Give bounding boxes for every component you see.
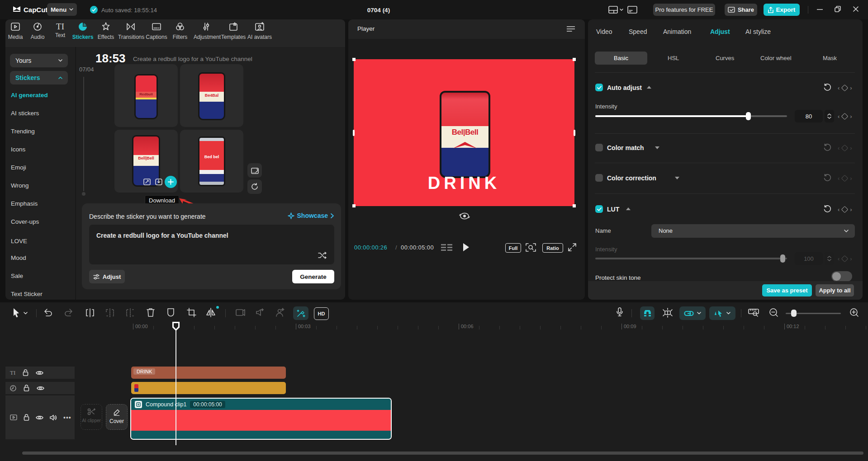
collapse-icon[interactable] [626, 207, 631, 210]
timeline-scrollbar[interactable] [22, 452, 863, 455]
keyframe-controls[interactable]: ‹› [838, 255, 852, 262]
collapse-icon[interactable] [647, 86, 651, 89]
auto-adjust-checkbox[interactable] [595, 84, 603, 91]
flip-select-button[interactable] [709, 306, 735, 320]
player-menu-icon[interactable] [567, 26, 575, 32]
handle-bottom-right[interactable] [573, 204, 576, 207]
slider-handle[interactable] [780, 254, 785, 263]
tab-video[interactable]: Video [596, 28, 612, 35]
redo-icon[interactable] [64, 308, 74, 317]
protect-skin-toggle[interactable] [831, 271, 852, 282]
keyframe-controls[interactable]: ‹› [838, 175, 852, 182]
tab-speed[interactable]: Speed [629, 28, 647, 35]
sticker-card-1[interactable]: Redbull [114, 64, 178, 127]
tab-media[interactable]: Media [3, 21, 28, 40]
yours-dropdown[interactable]: Yours [10, 54, 68, 67]
handle-bottom-left[interactable] [352, 204, 356, 207]
keyframe-controls[interactable]: ‹› [838, 206, 852, 213]
share-button[interactable]: Share [725, 4, 757, 16]
stepper-up-icon[interactable] [827, 256, 831, 258]
record-voiceover-icon[interactable] [616, 307, 623, 317]
ai-clipper-button[interactable]: AI clipper [81, 404, 102, 430]
sticker-clip[interactable] [131, 382, 286, 394]
playhead-line[interactable] [175, 323, 176, 445]
intensity-value-box[interactable]: 80 [795, 110, 823, 122]
tab-filters[interactable]: Filters [167, 21, 193, 40]
handle-left[interactable] [353, 130, 355, 136]
menu-button[interactable]: Menu [47, 3, 77, 16]
adjust-button[interactable]: Adjust [89, 270, 125, 283]
edit-prompt-button[interactable] [247, 163, 262, 178]
showcase-link[interactable]: Showcase [288, 212, 334, 219]
lut-intensity-value-box[interactable]: 100 [795, 252, 823, 265]
crop-icon[interactable] [187, 308, 196, 317]
sidebar-item-trending[interactable]: Trending [11, 128, 35, 135]
ratio-button[interactable]: Ratio [542, 243, 563, 253]
timeline-preview-icon[interactable] [748, 308, 759, 317]
undo-icon[interactable] [43, 308, 52, 317]
prompt-textarea[interactable]: Create a redbull logo for a YouTube chan… [89, 225, 334, 264]
close-button[interactable] [853, 6, 859, 12]
timeline-ruler[interactable]: 00:00 00:03 00:06 00:09 00:12 [130, 322, 868, 333]
handle-top-left[interactable] [352, 58, 356, 61]
focus-frame-icon[interactable] [526, 243, 536, 252]
keyframe-diamond-icon[interactable] [841, 175, 849, 182]
sticker-card-3[interactable]: Bell|Bell [114, 130, 178, 193]
lut-intensity-stepper[interactable] [825, 252, 834, 265]
sidebar-item-cover-ups[interactable]: Cover-ups [11, 218, 39, 225]
sidebar-item-emoji[interactable]: Emoji [11, 164, 26, 171]
ai-actor-icon[interactable] [275, 308, 285, 317]
frame-list-icon[interactable] [441, 244, 453, 251]
sidebar-item-emphasis[interactable]: Emphasis [11, 200, 38, 207]
panel-layout-icon[interactable] [627, 6, 637, 14]
tab-adjust[interactable]: Adjust [710, 28, 730, 35]
tab-templates[interactable]: Templates [221, 21, 246, 40]
layout-icon[interactable] [608, 6, 618, 14]
mute-clip-icon[interactable] [256, 308, 265, 317]
sidebar-item-love[interactable]: LOVE [11, 238, 27, 245]
stepper-down-icon[interactable] [827, 259, 831, 261]
color-match-checkbox[interactable] [595, 144, 603, 151]
timeline-zoom-slider[interactable] [786, 313, 841, 314]
chevron-down-icon[interactable] [620, 9, 623, 11]
subtab-mask[interactable]: Mask [823, 55, 837, 61]
lut-intensity-slider[interactable] [595, 258, 787, 259]
sidebar-item-icons[interactable]: Icons [11, 146, 25, 153]
expand-icon[interactable] [675, 177, 679, 179]
pro-features-button[interactable]: Pro features for FREE [653, 4, 715, 16]
reset-icon[interactable] [823, 174, 831, 182]
link-clips-button[interactable] [679, 306, 706, 320]
keyframe-diamond-icon[interactable] [841, 255, 849, 263]
sticker-card-2[interactable]: Be4Bal [180, 64, 243, 127]
edit-sticker-icon[interactable] [143, 178, 152, 186]
sidebar-item-mood[interactable]: Mood [11, 254, 26, 261]
lock-icon[interactable] [23, 369, 28, 376]
apply-to-all-button[interactable]: Apply to all [816, 284, 854, 296]
fullscreen-icon[interactable] [568, 243, 577, 252]
tab-effects[interactable]: Effects [93, 21, 119, 40]
text-clip[interactable]: DRINK [131, 367, 286, 379]
intensity-slider[interactable] [595, 115, 787, 117]
cover-button[interactable]: Cover [106, 404, 128, 430]
mirror-preview-icon[interactable] [459, 211, 470, 221]
magic-tools-button[interactable] [293, 306, 308, 320]
generate-button[interactable]: Generate [292, 270, 334, 283]
compound-clip[interactable]: Compound clip1 00:00:05:00 [130, 398, 392, 440]
select-tool-icon[interactable] [12, 308, 21, 318]
eye-icon[interactable] [37, 386, 44, 391]
keyframe-diamond-icon[interactable] [841, 206, 849, 213]
play-button[interactable] [462, 243, 470, 252]
chevron-down-icon[interactable] [24, 312, 28, 315]
sidebar-item-sale[interactable]: Sale [11, 273, 23, 279]
subtab-curves[interactable]: Curves [716, 55, 734, 61]
lock-icon[interactable] [24, 385, 29, 391]
keyframe-diamond-icon[interactable] [841, 85, 849, 92]
mask-icon[interactable] [167, 308, 175, 317]
zoom-out-icon[interactable] [769, 308, 778, 317]
subtab-hsl[interactable]: HSL [668, 55, 679, 61]
lut-checkbox[interactable] [595, 205, 603, 213]
track-more-icon[interactable]: ••• [63, 414, 71, 421]
keyframe-controls[interactable]: ‹› [838, 145, 852, 151]
intensity-stepper[interactable] [825, 110, 834, 122]
lut-name-dropdown[interactable]: None [651, 224, 855, 238]
